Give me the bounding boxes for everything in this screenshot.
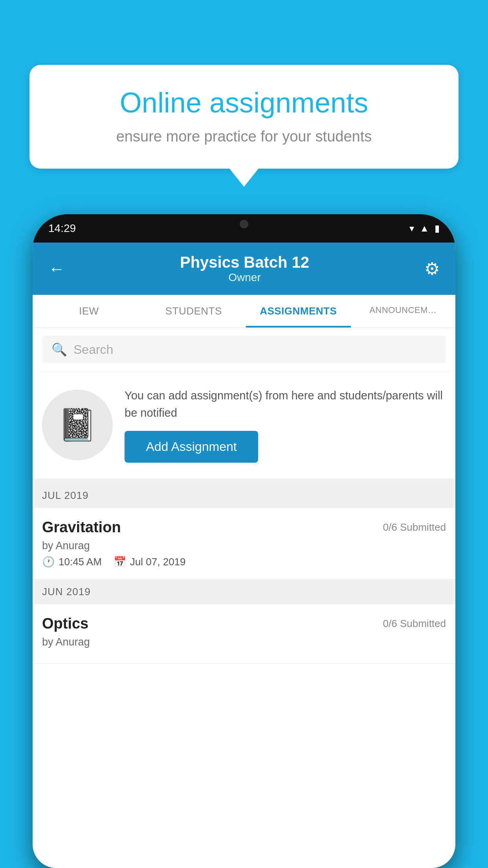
phone-notch xyxy=(216,214,272,235)
back-button[interactable]: ← xyxy=(48,259,65,278)
notebook-circle: 📓 xyxy=(42,390,113,460)
assignment-date: 📅 Jul 07, 2019 xyxy=(114,556,186,568)
tab-announcements[interactable]: ANNOUNCEM… xyxy=(351,295,456,327)
notebook-icon: 📓 xyxy=(58,406,97,443)
bubble-title: Online assignments xyxy=(53,86,435,119)
assignment-name-optics: Optics xyxy=(42,615,88,632)
wifi-icon: ▾ xyxy=(409,223,414,234)
camera xyxy=(240,220,248,228)
app-content: ← Physics Batch 12 Owner ⚙ IEW STUDENTS … xyxy=(33,243,455,868)
section-jul-2019: JUL 2019 xyxy=(33,483,455,508)
assignment-time-value: 10:45 AM xyxy=(59,556,102,568)
assignment-by-optics: by Anurag xyxy=(42,636,446,648)
assignment-time: 🕐 10:45 AM xyxy=(42,556,102,568)
status-icons: ▾ ▲ ▮ xyxy=(409,223,440,234)
gear-icon[interactable]: ⚙ xyxy=(424,259,440,279)
search-icon: 🔍 xyxy=(51,342,67,357)
submitted-badge-optics: 0/6 Submitted xyxy=(383,618,446,630)
empty-state: 📓 You can add assignment(s) from here an… xyxy=(33,371,455,483)
header-title: Physics Batch 12 xyxy=(180,254,309,271)
search-bar[interactable]: 🔍 Search xyxy=(42,336,446,363)
empty-state-description: You can add assignment(s) from here and … xyxy=(125,387,446,421)
bubble-subtitle: ensure more practice for your students xyxy=(53,128,435,145)
status-time: 14:29 xyxy=(48,222,76,235)
assignment-meta-gravitation: 🕐 10:45 AM 📅 Jul 07, 2019 xyxy=(42,556,446,568)
submitted-badge-gravitation: 0/6 Submitted xyxy=(383,521,446,533)
tab-iew[interactable]: IEW xyxy=(33,295,141,327)
tab-assignments[interactable]: ASSIGNMENTS xyxy=(246,295,351,327)
assignment-by-gravitation: by Anurag xyxy=(42,540,446,552)
add-assignment-button[interactable]: Add Assignment xyxy=(125,431,258,463)
clock-icon: 🕐 xyxy=(42,556,55,568)
assignment-date-value: Jul 07, 2019 xyxy=(130,556,186,568)
app-header: ← Physics Batch 12 Owner ⚙ xyxy=(33,243,455,295)
signal-icon: ▲ xyxy=(420,223,429,234)
search-input[interactable]: Search xyxy=(73,342,113,357)
search-container: 🔍 Search xyxy=(33,328,455,371)
assignment-gravitation[interactable]: Gravitation 0/6 Submitted by Anurag 🕐 10… xyxy=(33,508,455,579)
header-subtitle: Owner xyxy=(180,271,309,284)
calendar-icon: 📅 xyxy=(114,556,126,568)
assignment-top-row-optics: Optics 0/6 Submitted xyxy=(42,615,446,632)
empty-state-content: You can add assignment(s) from here and … xyxy=(125,387,446,463)
battery-icon: ▮ xyxy=(435,223,440,234)
assignment-name-gravitation: Gravitation xyxy=(42,519,121,536)
phone-frame: 14:29 ▾ ▲ ▮ ← Physics Batch 12 Owner ⚙ I… xyxy=(33,214,455,868)
assignment-optics[interactable]: Optics 0/6 Submitted by Anurag xyxy=(33,604,455,664)
section-jun-2019: JUN 2019 xyxy=(33,579,455,604)
header-center: Physics Batch 12 Owner xyxy=(180,254,309,284)
tab-students[interactable]: STUDENTS xyxy=(141,295,246,327)
tabs-row: IEW STUDENTS ASSIGNMENTS ANNOUNCEM… xyxy=(33,295,455,328)
assignment-top-row: Gravitation 0/6 Submitted xyxy=(42,519,446,536)
speech-bubble: Online assignments ensure more practice … xyxy=(29,65,459,169)
